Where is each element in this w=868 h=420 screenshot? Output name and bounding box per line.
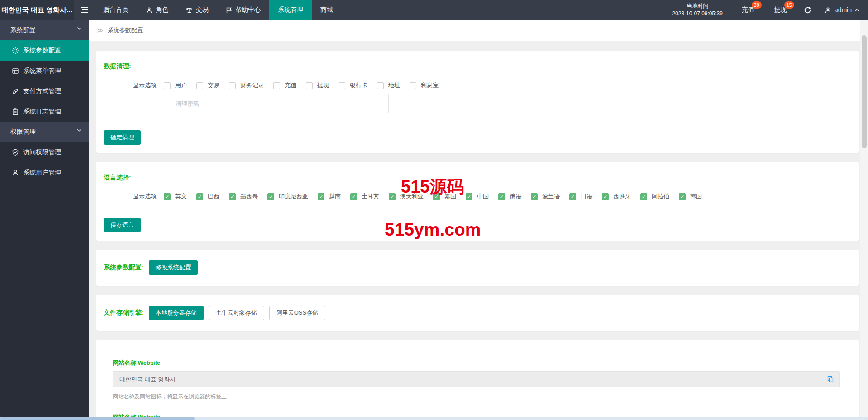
checkbox-checked-icon[interactable] (229, 193, 236, 200)
checkbox-checked-icon[interactable] (350, 193, 357, 200)
nav-item-dashboard[interactable]: 后台首页 (95, 0, 137, 20)
gear-icon (12, 47, 19, 54)
confirm-cleanup-button[interactable]: 确定清理 (104, 130, 141, 145)
horizontal-scrollbar[interactable] (0, 417, 868, 420)
flag-icon (226, 7, 232, 14)
checkbox-unchecked-icon[interactable] (273, 82, 280, 89)
checkbox-checked-icon[interactable] (466, 193, 472, 200)
language-option-arabic[interactable]: 阿拉伯 (640, 193, 669, 201)
withdraw-button[interactable]: 提现 15 (764, 0, 797, 20)
link-icon (12, 88, 19, 95)
vertical-scrollbar-thumb[interactable] (862, 35, 867, 148)
sidebar-item-system-menu[interactable]: 系统菜单管理 (0, 61, 89, 81)
checkbox-checked-icon[interactable] (196, 193, 203, 200)
cards-container: 数据清理: 显示选项 用户 交易 财务记录 充值 提现 银行卡 地址 利息宝 确… (89, 41, 860, 420)
language-option-japanese[interactable]: 日语 (569, 193, 592, 201)
sidebar-item-payment-methods[interactable]: 支付方式管理 (0, 81, 89, 101)
checkbox-checked-icon[interactable] (602, 193, 609, 200)
section-title: 数据清理: (104, 62, 850, 71)
admin-username: admin (835, 6, 852, 14)
language-option-china[interactable]: 中国 (466, 193, 489, 201)
language-option-brazil[interactable]: 巴西 (196, 193, 219, 201)
copy-icon[interactable] (827, 375, 834, 383)
cleanup-password-input[interactable] (170, 94, 389, 113)
storage-option-alioss-button[interactable]: 阿里云OSS存储 (269, 306, 325, 320)
sidebar-group-permissions[interactable]: 权限管理 (0, 122, 89, 142)
sidebar-item-label: 系统菜单管理 (23, 67, 61, 75)
language-option-turkey[interactable]: 土耳其 (350, 193, 379, 201)
section-title: 文件存储引擎: (104, 309, 144, 317)
checkbox-checked-icon[interactable] (569, 193, 576, 200)
recharge-button[interactable]: 充值 38 (732, 0, 764, 20)
storage-option-qiniu-button[interactable]: 七牛云对象存储 (209, 306, 264, 320)
language-option-spanish[interactable]: 西班牙 (602, 193, 631, 201)
scales-icon (186, 7, 193, 14)
checkbox-checked-icon[interactable] (640, 193, 647, 200)
checkbox-checked-icon[interactable] (498, 193, 505, 200)
save-language-button[interactable]: 保存语言 (104, 218, 141, 232)
vertical-scrollbar[interactable] (860, 20, 868, 417)
modify-system-config-button[interactable]: 修改系统配置 (149, 260, 198, 275)
language-option-mexico[interactable]: 墨西哥 (229, 193, 258, 201)
cleanup-option-bankcard[interactable]: 银行卡 (339, 81, 367, 90)
checkbox-checked-icon[interactable] (433, 193, 440, 200)
nav-item-trade[interactable]: 交易 (177, 0, 217, 20)
admin-menu[interactable]: admin (818, 0, 868, 20)
cleanup-option-address[interactable]: 地址 (377, 81, 400, 90)
checkbox-checked-icon[interactable] (679, 193, 686, 200)
cleanup-option-trade[interactable]: 交易 (196, 81, 219, 90)
app-logo[interactable]: 대한민국 대표 영화사... (0, 0, 74, 20)
cleanup-option-withdraw[interactable]: 提现 (306, 81, 329, 90)
checkbox-checked-icon[interactable] (267, 193, 274, 200)
nav-item-help-center[interactable]: 帮助中心 (217, 0, 269, 20)
storage-option-local-button[interactable]: 本地服务器存储 (149, 306, 204, 320)
language-option-russian[interactable]: 俄语 (498, 193, 521, 201)
card-system-param: 系统参数配置: 修改系统配置 (96, 250, 859, 286)
checkbox-unchecked-icon[interactable] (339, 82, 345, 89)
local-time: 当地时间 2023-10-07 09:05:39 (663, 0, 731, 20)
cleanup-option-finance-records[interactable]: 财务记录 (229, 81, 264, 90)
checkbox-checked-icon[interactable] (318, 193, 324, 200)
language-options-row: 显示选项 英文 巴西 墨西哥 印度尼西亚 越南 土耳其 澳大利亚 泰国 中国 俄… (133, 193, 850, 201)
checkbox-unchecked-icon[interactable] (164, 82, 171, 89)
cleanup-option-users[interactable]: 用户 (164, 81, 187, 90)
language-option-korean[interactable]: 韩国 (679, 193, 702, 201)
checkbox-checked-icon[interactable] (389, 193, 396, 200)
sidebar-item-system-users[interactable]: 系统用户管理 (0, 162, 89, 183)
language-option-thailand[interactable]: 泰国 (433, 193, 456, 201)
language-option-polish[interactable]: 波兰语 (531, 193, 560, 201)
nav-item-mall[interactable]: 商城 (312, 0, 342, 20)
nav-label: 帮助中心 (235, 6, 261, 14)
horizontal-scrollbar-thumb[interactable] (0, 417, 195, 420)
sidebar-item-system-logs[interactable]: 系统日志管理 (0, 101, 89, 122)
recharge-badge: 38 (752, 1, 762, 9)
checkbox-unchecked-icon[interactable] (229, 82, 236, 89)
language-option-australia[interactable]: 澳大利亚 (389, 193, 424, 201)
sidebar-toggle-button[interactable] (74, 0, 95, 20)
cleanup-option-interest[interactable]: 利息宝 (410, 81, 439, 90)
sidebar-item-access-permissions[interactable]: 访问权限管理 (0, 142, 89, 162)
checkbox-checked-icon[interactable] (164, 193, 171, 200)
checkbox-checked-icon[interactable] (531, 193, 538, 200)
checkbox-unchecked-icon[interactable] (410, 82, 416, 89)
user-icon (146, 7, 153, 14)
user-icon (825, 7, 831, 14)
sidebar-group-label: 系统配置 (10, 26, 36, 33)
breadcrumb-current: 系统参数配置 (108, 26, 143, 34)
sidebar-item-system-params[interactable]: 系统参数配置 (0, 40, 89, 61)
sidebar-group-system-config[interactable]: 系统配置 (0, 20, 89, 40)
checkbox-unchecked-icon[interactable] (306, 82, 313, 89)
cleanup-option-recharge[interactable]: 充值 (273, 81, 296, 90)
nav-item-system-management[interactable]: 系统管理 (269, 0, 312, 20)
checkbox-unchecked-icon[interactable] (196, 82, 203, 89)
language-option-vietnam[interactable]: 越南 (318, 193, 341, 201)
refresh-button[interactable] (797, 0, 818, 20)
language-option-indonesia[interactable]: 印度尼西亚 (267, 193, 308, 201)
card-storage-engine: 文件存储引擎: 本地服务器存储 七牛云对象存储 阿里云OSS存储 (96, 295, 859, 331)
sidebar-item-label: 支付方式管理 (23, 87, 61, 95)
website-name-input[interactable] (119, 375, 827, 383)
checkbox-unchecked-icon[interactable] (377, 82, 384, 89)
language-option-english[interactable]: 英文 (164, 193, 187, 201)
nav-item-roles[interactable]: 角色 (137, 0, 177, 20)
topbar-nav: 后台首页 角色 交易 帮助中心 系统管理 (95, 0, 342, 20)
